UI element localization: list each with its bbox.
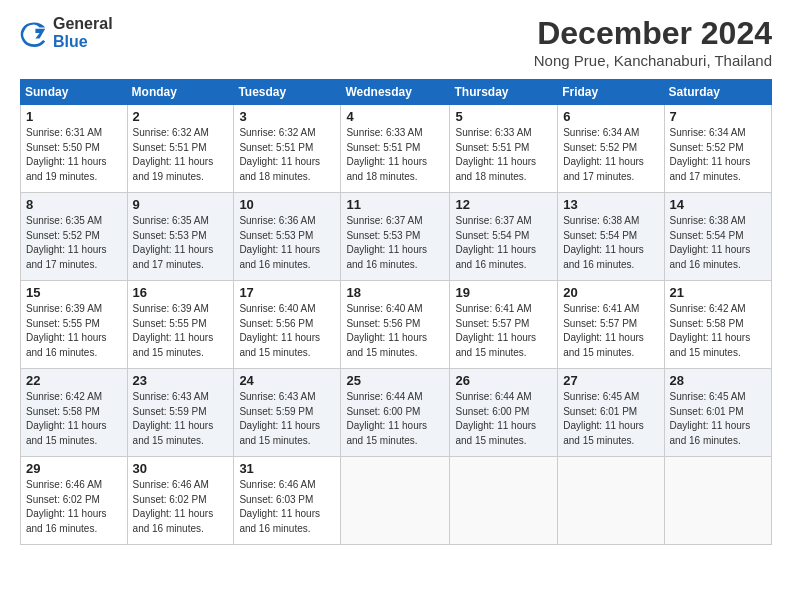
calendar-cell: 24 Sunrise: 6:43 AMSunset: 5:59 PMDaylig… [234,369,341,457]
day-number: 30 [133,461,229,476]
day-detail: Sunrise: 6:41 AMSunset: 5:57 PMDaylight:… [455,303,536,358]
calendar-cell: 15 Sunrise: 6:39 AMSunset: 5:55 PMDaylig… [21,281,128,369]
calendar-cell: 1 Sunrise: 6:31 AMSunset: 5:50 PMDayligh… [21,105,128,193]
calendar-cell: 19 Sunrise: 6:41 AMSunset: 5:57 PMDaylig… [450,281,558,369]
day-number: 19 [455,285,552,300]
calendar-cell: 10 Sunrise: 6:36 AMSunset: 5:53 PMDaylig… [234,193,341,281]
day-detail: Sunrise: 6:44 AMSunset: 6:00 PMDaylight:… [455,391,536,446]
header-sunday: Sunday [21,80,128,105]
day-number: 5 [455,109,552,124]
day-detail: Sunrise: 6:38 AMSunset: 5:54 PMDaylight:… [670,215,751,270]
page: General Blue December 2024 Nong Prue, Ka… [0,0,792,612]
day-number: 27 [563,373,658,388]
logo-blue: Blue [53,33,113,51]
logo: General Blue [20,15,113,50]
calendar-cell: 11 Sunrise: 6:37 AMSunset: 5:53 PMDaylig… [341,193,450,281]
header: General Blue December 2024 Nong Prue, Ka… [20,15,772,69]
calendar-cell: 23 Sunrise: 6:43 AMSunset: 5:59 PMDaylig… [127,369,234,457]
day-number: 21 [670,285,766,300]
day-detail: Sunrise: 6:35 AMSunset: 5:53 PMDaylight:… [133,215,214,270]
header-thursday: Thursday [450,80,558,105]
day-detail: Sunrise: 6:46 AMSunset: 6:02 PMDaylight:… [26,479,107,534]
day-detail: Sunrise: 6:33 AMSunset: 5:51 PMDaylight:… [455,127,536,182]
day-detail: Sunrise: 6:41 AMSunset: 5:57 PMDaylight:… [563,303,644,358]
day-detail: Sunrise: 6:40 AMSunset: 5:56 PMDaylight:… [239,303,320,358]
day-number: 25 [346,373,444,388]
header-saturday: Saturday [664,80,771,105]
day-detail: Sunrise: 6:40 AMSunset: 5:56 PMDaylight:… [346,303,427,358]
calendar-cell: 21 Sunrise: 6:42 AMSunset: 5:58 PMDaylig… [664,281,771,369]
calendar-cell: 8 Sunrise: 6:35 AMSunset: 5:52 PMDayligh… [21,193,128,281]
day-number: 13 [563,197,658,212]
day-number: 11 [346,197,444,212]
day-number: 3 [239,109,335,124]
day-number: 16 [133,285,229,300]
logo-icon [20,19,48,47]
calendar-cell: 30 Sunrise: 6:46 AMSunset: 6:02 PMDaylig… [127,457,234,545]
day-number: 12 [455,197,552,212]
day-number: 7 [670,109,766,124]
day-number: 22 [26,373,122,388]
calendar-cell: 18 Sunrise: 6:40 AMSunset: 5:56 PMDaylig… [341,281,450,369]
calendar-cell: 12 Sunrise: 6:37 AMSunset: 5:54 PMDaylig… [450,193,558,281]
calendar-cell: 31 Sunrise: 6:46 AMSunset: 6:03 PMDaylig… [234,457,341,545]
day-detail: Sunrise: 6:45 AMSunset: 6:01 PMDaylight:… [563,391,644,446]
day-number: 1 [26,109,122,124]
day-number: 10 [239,197,335,212]
day-number: 28 [670,373,766,388]
calendar-cell: 2 Sunrise: 6:32 AMSunset: 5:51 PMDayligh… [127,105,234,193]
day-detail: Sunrise: 6:34 AMSunset: 5:52 PMDaylight:… [563,127,644,182]
calendar-body: 1 Sunrise: 6:31 AMSunset: 5:50 PMDayligh… [21,105,772,545]
day-detail: Sunrise: 6:36 AMSunset: 5:53 PMDaylight:… [239,215,320,270]
day-number: 31 [239,461,335,476]
day-number: 29 [26,461,122,476]
day-number: 18 [346,285,444,300]
day-number: 14 [670,197,766,212]
day-detail: Sunrise: 6:33 AMSunset: 5:51 PMDaylight:… [346,127,427,182]
day-detail: Sunrise: 6:32 AMSunset: 5:51 PMDaylight:… [239,127,320,182]
day-number: 26 [455,373,552,388]
header-monday: Monday [127,80,234,105]
day-detail: Sunrise: 6:32 AMSunset: 5:51 PMDaylight:… [133,127,214,182]
day-detail: Sunrise: 6:42 AMSunset: 5:58 PMDaylight:… [670,303,751,358]
day-detail: Sunrise: 6:44 AMSunset: 6:00 PMDaylight:… [346,391,427,446]
calendar-cell: 28 Sunrise: 6:45 AMSunset: 6:01 PMDaylig… [664,369,771,457]
calendar-cell: 27 Sunrise: 6:45 AMSunset: 6:01 PMDaylig… [558,369,664,457]
calendar-header: Sunday Monday Tuesday Wednesday Thursday… [21,80,772,105]
calendar-cell: 17 Sunrise: 6:40 AMSunset: 5:56 PMDaylig… [234,281,341,369]
calendar-cell: 5 Sunrise: 6:33 AMSunset: 5:51 PMDayligh… [450,105,558,193]
calendar-cell: 16 Sunrise: 6:39 AMSunset: 5:55 PMDaylig… [127,281,234,369]
day-number: 8 [26,197,122,212]
calendar-cell: 4 Sunrise: 6:33 AMSunset: 5:51 PMDayligh… [341,105,450,193]
day-number: 2 [133,109,229,124]
logo-text: General Blue [53,15,113,50]
day-detail: Sunrise: 6:39 AMSunset: 5:55 PMDaylight:… [26,303,107,358]
calendar-cell: 6 Sunrise: 6:34 AMSunset: 5:52 PMDayligh… [558,105,664,193]
calendar-cell: 7 Sunrise: 6:34 AMSunset: 5:52 PMDayligh… [664,105,771,193]
calendar-cell: 9 Sunrise: 6:35 AMSunset: 5:53 PMDayligh… [127,193,234,281]
day-detail: Sunrise: 6:31 AMSunset: 5:50 PMDaylight:… [26,127,107,182]
day-detail: Sunrise: 6:38 AMSunset: 5:54 PMDaylight:… [563,215,644,270]
calendar-cell [341,457,450,545]
logo-general: General [53,15,113,33]
title-block: December 2024 Nong Prue, Kanchanaburi, T… [534,15,772,69]
calendar-cell: 22 Sunrise: 6:42 AMSunset: 5:58 PMDaylig… [21,369,128,457]
day-detail: Sunrise: 6:35 AMSunset: 5:52 PMDaylight:… [26,215,107,270]
day-number: 24 [239,373,335,388]
calendar-cell: 25 Sunrise: 6:44 AMSunset: 6:00 PMDaylig… [341,369,450,457]
day-number: 23 [133,373,229,388]
day-detail: Sunrise: 6:39 AMSunset: 5:55 PMDaylight:… [133,303,214,358]
day-number: 6 [563,109,658,124]
calendar-table: Sunday Monday Tuesday Wednesday Thursday… [20,79,772,545]
day-detail: Sunrise: 6:46 AMSunset: 6:02 PMDaylight:… [133,479,214,534]
calendar-cell: 26 Sunrise: 6:44 AMSunset: 6:00 PMDaylig… [450,369,558,457]
day-number: 15 [26,285,122,300]
calendar-cell: 20 Sunrise: 6:41 AMSunset: 5:57 PMDaylig… [558,281,664,369]
day-number: 20 [563,285,658,300]
header-tuesday: Tuesday [234,80,341,105]
day-detail: Sunrise: 6:43 AMSunset: 5:59 PMDaylight:… [133,391,214,446]
day-detail: Sunrise: 6:37 AMSunset: 5:54 PMDaylight:… [455,215,536,270]
month-title: December 2024 [534,15,772,52]
day-detail: Sunrise: 6:45 AMSunset: 6:01 PMDaylight:… [670,391,751,446]
day-detail: Sunrise: 6:43 AMSunset: 5:59 PMDaylight:… [239,391,320,446]
